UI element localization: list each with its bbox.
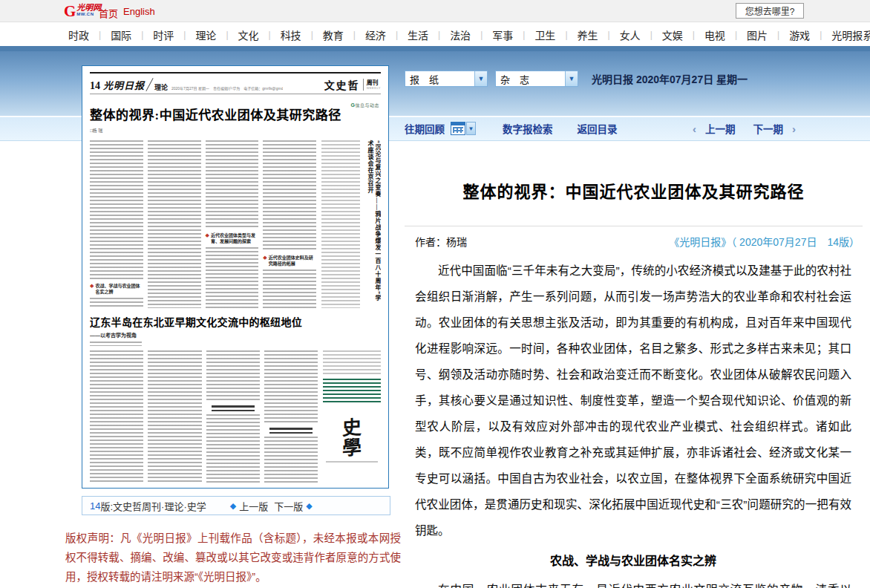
nav-separator: | bbox=[353, 30, 356, 40]
calendar-dropdown-arrow-icon[interactable]: ▼ bbox=[466, 122, 476, 135]
diamond-icon: ◆ bbox=[90, 283, 94, 289]
home-link[interactable]: 首页 bbox=[99, 6, 118, 20]
nav-item-shenghuo[interactable]: 生活 bbox=[408, 27, 428, 42]
nav-item-junshi[interactable]: 军事 bbox=[492, 27, 513, 42]
nav-item-shiping[interactable]: 时评 bbox=[153, 27, 174, 42]
newspaper-column bbox=[206, 350, 260, 483]
gmw-logo-g: G bbox=[64, 3, 76, 19]
nav-item-dianshi[interactable]: 电视 bbox=[704, 27, 725, 42]
nav-separator: | bbox=[396, 30, 398, 40]
nav-item-jingji[interactable]: 经济 bbox=[365, 27, 386, 42]
blue-strip bbox=[0, 46, 870, 51]
article-body: 近代中国面临“三千年未有之大变局”，传统的小农经济模式以及建基于此的农村社会组织… bbox=[405, 258, 851, 588]
newspaper-subhead-3: ◆ 近代农业团体史料及研究路径的拓展 bbox=[263, 255, 316, 267]
next-issue-link[interactable]: 下一期 bbox=[753, 121, 784, 136]
diamond-icon: ◆ bbox=[263, 255, 266, 261]
gmw-logo-cn: 光明网 bbox=[76, 3, 101, 12]
nav-item-weisheng[interactable]: 卫生 bbox=[534, 27, 555, 42]
article-title: 整体的视界：中国近代农业团体及其研究路径 bbox=[405, 178, 863, 202]
nav-separator: | bbox=[735, 30, 737, 40]
edition-row: 报 纸 ▼ 杂 志 ▼ 光明日报 2020年07月27日 星期一 bbox=[405, 71, 748, 87]
search-input[interactable] bbox=[736, 3, 804, 19]
newspaper-page-preview[interactable]: 14 光明日报 理论 2020年7月27日 星期一 责任编辑/户华为 电子信箱：… bbox=[82, 65, 389, 489]
article-paragraph: 在中国，农业团体古来无有，是近代中西方农业文明交流互鉴的产物。清季以来，相关各类… bbox=[415, 577, 851, 588]
nav-separator: | bbox=[480, 30, 483, 40]
newspaper-section: 理论 bbox=[154, 82, 168, 92]
nav-item-lilun[interactable]: 理论 bbox=[195, 27, 216, 42]
weekly-english: WEEKLY bbox=[367, 86, 381, 90]
nav-item-yangsheng[interactable]: 养生 bbox=[578, 27, 598, 42]
nav-item-youxi[interactable]: 游戏 bbox=[789, 27, 810, 42]
nav-separator: | bbox=[438, 30, 440, 40]
gmw-logo[interactable]: G 光明网 MW.CN bbox=[64, 3, 101, 19]
page-nav-number: 14 bbox=[90, 500, 100, 512]
next-issue-arrow-icon[interactable]: › bbox=[792, 122, 796, 135]
prev-page-link[interactable]: 上一版 bbox=[239, 499, 268, 513]
top-header: G 光明网 MW.CN 首页 English bbox=[0, 0, 870, 22]
newspaper-byline: □杨 瑞 bbox=[90, 127, 381, 134]
nav-item-shizheng[interactable]: 时政 bbox=[68, 27, 89, 42]
toolbar-row: 往期回顾 ▼ 数字报检索 返回目录 ‹ 上一期 下一期 › bbox=[405, 120, 861, 137]
weekly-subtitle: 周刊 bbox=[367, 79, 381, 86]
nav-separator: | bbox=[565, 30, 567, 40]
nav-item-wenyu[interactable]: 文娱 bbox=[662, 27, 683, 42]
newspaper-article2-byline bbox=[90, 342, 142, 346]
page-root: G 光明网 MW.CN 首页 English 时政| 国际| 时评| 理论| 文… bbox=[0, 0, 870, 588]
english-link[interactable]: English bbox=[123, 6, 155, 17]
calendar-picker[interactable]: ▼ bbox=[451, 122, 476, 135]
nav-item-tupian[interactable]: 图片 bbox=[747, 27, 768, 42]
nav-separator: | bbox=[269, 30, 271, 40]
newspaper-article2-headline: 辽东半岛在东北亚早期文化交流中的枢纽地位 bbox=[90, 314, 324, 329]
nav-item-nvren[interactable]: 女人 bbox=[620, 27, 641, 42]
nav-separator: | bbox=[777, 30, 779, 40]
nav-item-gmbaoxi[interactable]: 光明报系 bbox=[831, 27, 870, 42]
newspaper-column bbox=[264, 350, 318, 483]
newspaper-column bbox=[148, 350, 201, 483]
newspaper-column: ◆ 近代农业团体史料及研究路径的拓展 bbox=[263, 140, 316, 308]
prev-page-arrow-icon[interactable]: ◆ bbox=[230, 501, 236, 511]
newspaper-page: 14 光明日报 理论 2020年7月27日 星期一 责任编辑/户华为 电子信箱：… bbox=[90, 72, 381, 483]
newspaper-right-rail: “沉沦与复兴之变奏——鸦片战争爆发一百八十周年”学术座谈会在京召开 bbox=[321, 140, 381, 308]
article-section-heading: 农战、学战与农业团体名实之辨 bbox=[415, 548, 851, 574]
prev-issue-link[interactable]: 上一期 bbox=[705, 121, 736, 136]
nav-item-fazhi[interactable]: 法治 bbox=[450, 27, 471, 42]
newspaper-article2-subtitle: ——以考古学为视角 bbox=[90, 331, 324, 339]
digital-search-link[interactable]: 数字报检索 bbox=[503, 121, 553, 136]
next-page-arrow-icon[interactable]: ◆ bbox=[306, 501, 312, 511]
mini-headline-bar bbox=[269, 428, 313, 434]
weekly-title: 文史哲 bbox=[324, 77, 360, 92]
nav-item-keji[interactable]: 科技 bbox=[281, 27, 301, 42]
gmw-logo-en: MW.CN bbox=[76, 12, 101, 17]
past-issues-link[interactable]: 往期回顾 bbox=[405, 121, 445, 136]
article-meta: 作者：杨瑞 《光明日报》（ 2020年07月27日 14版） bbox=[405, 226, 863, 249]
calligraphy-shixue: 史 學 bbox=[323, 407, 381, 475]
newspaper-right-rail-bottom: 史 學 bbox=[323, 350, 381, 483]
newspaper-column: ◆ 农战、学战与农业团体名实之辨 bbox=[90, 140, 143, 308]
prev-issue-arrow-icon[interactable]: ‹ bbox=[693, 122, 696, 135]
newspaper-column: ◆ 近代农业团体类型与发育、发展问题的探索 bbox=[206, 140, 259, 308]
newspaper-column bbox=[90, 350, 143, 483]
chevron-down-icon[interactable]: ▼ bbox=[474, 71, 487, 86]
paper-select-value: 报 纸 bbox=[405, 72, 474, 86]
magazine-select[interactable]: 杂 志 ▼ bbox=[495, 71, 578, 87]
nav-item-guoji[interactable]: 国际 bbox=[111, 27, 131, 42]
nav-separator: | bbox=[693, 30, 695, 40]
back-to-contents-link[interactable]: 返回目录 bbox=[578, 121, 618, 136]
paper-select[interactable]: 报 纸 ▼ bbox=[405, 71, 488, 87]
page-nav-bar: 14 版:文史哲周刊·理论·史学 ◆ 上一版 下一版 ◆ bbox=[82, 496, 390, 515]
next-page-link[interactable]: 下一版 bbox=[274, 499, 303, 513]
calendar-icon bbox=[451, 122, 465, 135]
chevron-down-icon[interactable]: ▼ bbox=[565, 71, 578, 86]
info-dynamics-label: G信息与动态 bbox=[351, 102, 379, 108]
diagonal-divider bbox=[145, 78, 153, 91]
weekly-divider bbox=[363, 79, 364, 91]
nav-separator: | bbox=[523, 30, 525, 40]
article-author: 作者：杨瑞 bbox=[415, 234, 467, 249]
article-source: 《光明日报》（ 2020年07月27日 14版） bbox=[669, 234, 860, 249]
nav-item-wenhua[interactable]: 文化 bbox=[238, 27, 259, 42]
diamond-icon: ◆ bbox=[206, 232, 209, 238]
newspaper-subhead-2: ◆ 近代农业团体类型与发育、发展问题的探索 bbox=[206, 232, 259, 244]
nav-item-jiaoyu[interactable]: 教育 bbox=[323, 27, 344, 42]
newspaper-masthead: 光明日报 bbox=[103, 78, 145, 92]
nav-separator: | bbox=[311, 30, 313, 40]
